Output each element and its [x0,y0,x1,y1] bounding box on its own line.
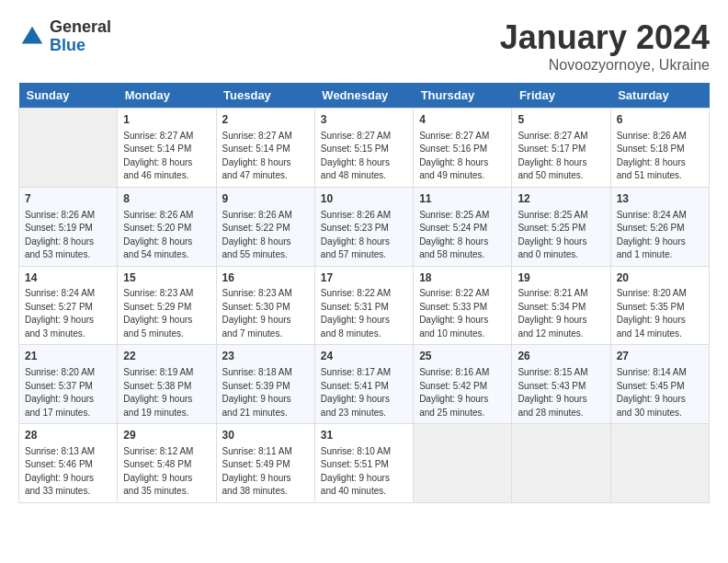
header-day: Tuesday [216,83,314,109]
day-info: Sunrise: 8:20 AMSunset: 5:37 PMDaylight:… [25,366,111,419]
calendar-cell: 21Sunrise: 8:20 AMSunset: 5:37 PMDayligh… [19,345,118,424]
calendar-cell: 28Sunrise: 8:13 AMSunset: 5:46 PMDayligh… [19,424,118,503]
day-info: Sunrise: 8:21 AMSunset: 5:34 PMDaylight:… [518,287,604,340]
header-day: Friday [512,83,610,109]
day-info: Sunrise: 8:10 AMSunset: 5:51 PMDaylight:… [321,445,407,499]
header-day: Wednesday [314,83,413,109]
day-info: Sunrise: 8:15 AMSunset: 5:43 PMDaylight:… [518,366,604,419]
day-number: 4 [419,112,506,128]
calendar-cell: 18Sunrise: 8:22 AMSunset: 5:33 PMDayligh… [414,266,512,345]
logo-general: General [50,18,111,37]
day-info: Sunrise: 8:16 AMSunset: 5:42 PMDaylight:… [419,366,506,419]
calendar-cell: 30Sunrise: 8:11 AMSunset: 5:49 PMDayligh… [216,424,314,503]
day-number: 19 [518,270,604,286]
header-day: Monday [118,83,216,109]
header-row: SundayMondayTuesdayWednesdayThursdayFrid… [19,83,710,109]
day-number: 14 [25,270,111,286]
calendar-cell: 7Sunrise: 8:26 AMSunset: 5:19 PMDaylight… [19,187,118,266]
calendar-cell: 15Sunrise: 8:23 AMSunset: 5:29 PMDayligh… [118,266,216,345]
day-number: 12 [518,191,604,207]
calendar-cell: 24Sunrise: 8:17 AMSunset: 5:41 PMDayligh… [314,345,413,424]
day-info: Sunrise: 8:26 AMSunset: 5:20 PMDaylight:… [123,209,210,262]
logo: General Blue [18,18,111,55]
day-number: 22 [123,349,210,364]
svg-marker-0 [22,27,43,44]
calendar-cell: 2Sunrise: 8:27 AMSunset: 5:14 PMDaylight… [216,109,314,188]
logo-text: General Blue [50,18,111,55]
calendar-cell: 12Sunrise: 8:25 AMSunset: 5:25 PMDayligh… [512,187,610,266]
day-number: 20 [617,270,703,286]
calendar-subtitle: Novoozyornoye, Ukraine [500,57,710,74]
calendar-cell: 20Sunrise: 8:20 AMSunset: 5:35 PMDayligh… [610,266,709,345]
day-info: Sunrise: 8:22 AMSunset: 5:33 PMDaylight:… [419,287,506,340]
calendar-cell: 23Sunrise: 8:18 AMSunset: 5:39 PMDayligh… [216,345,314,424]
calendar-cell: 14Sunrise: 8:24 AMSunset: 5:27 PMDayligh… [19,266,118,345]
day-number: 7 [25,191,111,207]
day-number: 1 [123,112,210,128]
calendar-cell [414,424,512,503]
day-number: 9 [222,191,309,207]
calendar-cell: 1Sunrise: 8:27 AMSunset: 5:14 PMDaylight… [118,109,216,188]
day-number: 30 [222,428,309,443]
day-info: Sunrise: 8:18 AMSunset: 5:39 PMDaylight:… [222,366,309,419]
header-day: Sunday [19,83,118,109]
calendar-cell: 25Sunrise: 8:16 AMSunset: 5:42 PMDayligh… [414,345,512,424]
day-info: Sunrise: 8:23 AMSunset: 5:29 PMDaylight:… [123,287,210,340]
calendar-cell: 10Sunrise: 8:26 AMSunset: 5:23 PMDayligh… [314,187,413,266]
day-info: Sunrise: 8:23 AMSunset: 5:30 PMDaylight:… [222,287,309,340]
calendar-cell: 13Sunrise: 8:24 AMSunset: 5:26 PMDayligh… [610,187,709,266]
calendar-cell: 5Sunrise: 8:27 AMSunset: 5:17 PMDaylight… [512,109,610,188]
header-day: Saturday [610,83,709,109]
day-number: 27 [617,349,703,364]
calendar-week: 7Sunrise: 8:26 AMSunset: 5:19 PMDaylight… [19,187,710,266]
day-info: Sunrise: 8:17 AMSunset: 5:41 PMDaylight:… [321,366,407,419]
calendar-cell: 22Sunrise: 8:19 AMSunset: 5:38 PMDayligh… [118,345,216,424]
calendar-cell: 31Sunrise: 8:10 AMSunset: 5:51 PMDayligh… [314,424,413,503]
day-info: Sunrise: 8:24 AMSunset: 5:27 PMDaylight:… [25,287,111,340]
day-info: Sunrise: 8:25 AMSunset: 5:24 PMDaylight:… [419,209,506,262]
day-number: 26 [518,349,604,364]
day-info: Sunrise: 8:14 AMSunset: 5:45 PMDaylight:… [617,366,703,419]
calendar-body: 1Sunrise: 8:27 AMSunset: 5:14 PMDaylight… [19,109,710,503]
day-number: 2 [222,112,309,128]
day-info: Sunrise: 8:25 AMSunset: 5:25 PMDaylight:… [518,209,604,262]
day-number: 5 [518,112,604,128]
day-info: Sunrise: 8:22 AMSunset: 5:31 PMDaylight:… [321,287,407,340]
day-info: Sunrise: 8:11 AMSunset: 5:49 PMDaylight:… [222,445,309,499]
day-info: Sunrise: 8:19 AMSunset: 5:38 PMDaylight:… [123,366,210,419]
calendar-cell: 8Sunrise: 8:26 AMSunset: 5:20 PMDaylight… [118,187,216,266]
day-info: Sunrise: 8:27 AMSunset: 5:14 PMDaylight:… [222,130,309,183]
day-number: 6 [617,112,703,128]
calendar-header: SundayMondayTuesdayWednesdayThursdayFrid… [19,83,710,109]
day-info: Sunrise: 8:26 AMSunset: 5:19 PMDaylight:… [25,209,111,262]
day-info: Sunrise: 8:27 AMSunset: 5:16 PMDaylight:… [419,130,506,183]
header-day: Thursday [414,83,512,109]
title-block: January 2024 Novoozyornoye, Ukraine [500,18,710,74]
day-number: 17 [321,270,407,286]
day-info: Sunrise: 8:27 AMSunset: 5:17 PMDaylight:… [518,130,604,183]
calendar-cell: 17Sunrise: 8:22 AMSunset: 5:31 PMDayligh… [314,266,413,345]
calendar-cell: 6Sunrise: 8:26 AMSunset: 5:18 PMDaylight… [610,109,709,188]
calendar-cell: 3Sunrise: 8:27 AMSunset: 5:15 PMDaylight… [314,109,413,188]
calendar-cell: 19Sunrise: 8:21 AMSunset: 5:34 PMDayligh… [512,266,610,345]
day-number: 11 [419,191,506,207]
day-number: 21 [25,349,111,364]
day-number: 25 [419,349,506,364]
day-info: Sunrise: 8:26 AMSunset: 5:18 PMDaylight:… [617,130,703,183]
day-number: 15 [123,270,210,286]
day-number: 10 [321,191,407,207]
day-info: Sunrise: 8:26 AMSunset: 5:23 PMDaylight:… [321,209,407,262]
day-info: Sunrise: 8:13 AMSunset: 5:46 PMDaylight:… [25,445,111,499]
day-number: 31 [321,428,407,443]
day-number: 18 [419,270,506,286]
day-info: Sunrise: 8:26 AMSunset: 5:22 PMDaylight:… [222,209,309,262]
calendar-cell: 11Sunrise: 8:25 AMSunset: 5:24 PMDayligh… [414,187,512,266]
calendar-cell [610,424,709,503]
logo-icon [18,23,46,51]
day-number: 24 [321,349,407,364]
day-number: 29 [123,428,210,443]
calendar-cell: 29Sunrise: 8:12 AMSunset: 5:48 PMDayligh… [118,424,216,503]
calendar-cell [19,109,118,188]
day-number: 3 [321,112,407,128]
calendar-week: 28Sunrise: 8:13 AMSunset: 5:46 PMDayligh… [19,424,710,503]
